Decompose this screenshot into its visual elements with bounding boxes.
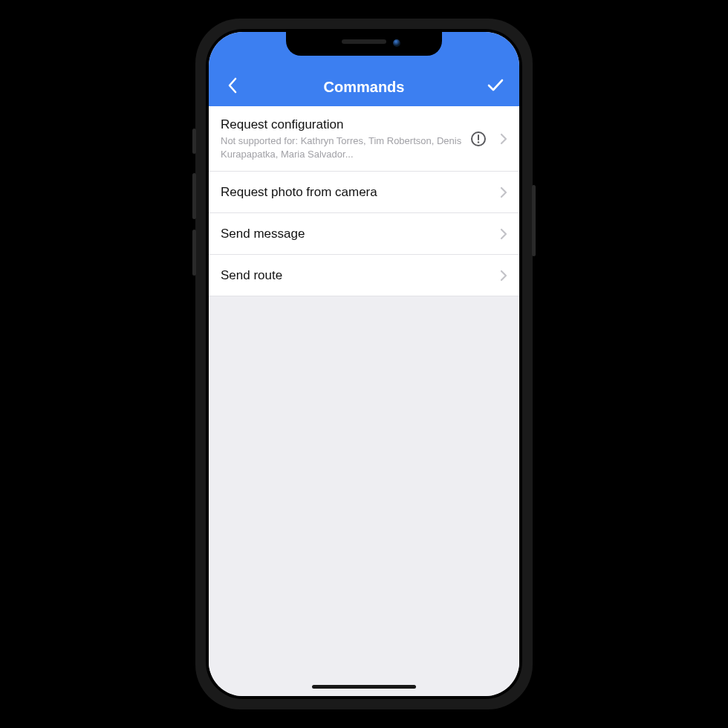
phone-volume-up	[192, 173, 196, 219]
content-area: Request configuration Not supported for:…	[209, 106, 519, 696]
row-title: Send route	[221, 267, 493, 284]
row-title: Request photo from camera	[221, 184, 493, 201]
svg-point-2	[478, 141, 479, 143]
back-icon	[227, 77, 238, 94]
row-text: Request photo from camera	[221, 184, 493, 201]
row-icons	[500, 270, 507, 282]
confirm-button[interactable]	[485, 75, 506, 96]
row-icons	[470, 131, 507, 147]
phone-bezel: Commands Request configuration Not suppo…	[206, 29, 522, 699]
home-indicator[interactable]	[312, 685, 416, 689]
page-title: Commands	[243, 79, 485, 96]
command-list: Request configuration Not supported for:…	[209, 106, 519, 296]
chevron-right-icon	[500, 270, 507, 282]
command-request-configuration[interactable]: Request configuration Not supported for:…	[209, 106, 519, 172]
phone-screen: Commands Request configuration Not suppo…	[209, 32, 519, 696]
row-text: Request configuration Not supported for:…	[221, 117, 463, 160]
row-subtitle: Not supported for: Kathryn Torres, Tim R…	[221, 134, 463, 160]
row-text: Send message	[221, 226, 493, 242]
phone-camera-dot	[393, 39, 400, 47]
phone-frame: Commands Request configuration Not suppo…	[195, 19, 533, 709]
chevron-right-icon	[500, 133, 507, 145]
row-title: Send message	[221, 226, 493, 242]
phone-volume-down	[192, 230, 196, 276]
row-icons	[500, 228, 507, 240]
row-text: Send route	[221, 267, 493, 284]
chevron-right-icon	[500, 228, 507, 240]
command-send-route[interactable]: Send route	[209, 255, 519, 296]
row-title: Request configuration	[221, 117, 463, 133]
phone-speaker	[342, 39, 386, 44]
phone-power-button	[532, 185, 536, 256]
phone-mute-switch	[192, 129, 196, 154]
check-icon	[487, 78, 504, 93]
chevron-right-icon	[500, 186, 507, 198]
row-icons	[500, 186, 507, 198]
command-request-photo[interactable]: Request photo from camera	[209, 172, 519, 213]
alert-icon	[470, 131, 487, 147]
phone-notch	[286, 32, 442, 56]
command-send-message[interactable]: Send message	[209, 213, 519, 255]
back-button[interactable]	[222, 75, 243, 96]
